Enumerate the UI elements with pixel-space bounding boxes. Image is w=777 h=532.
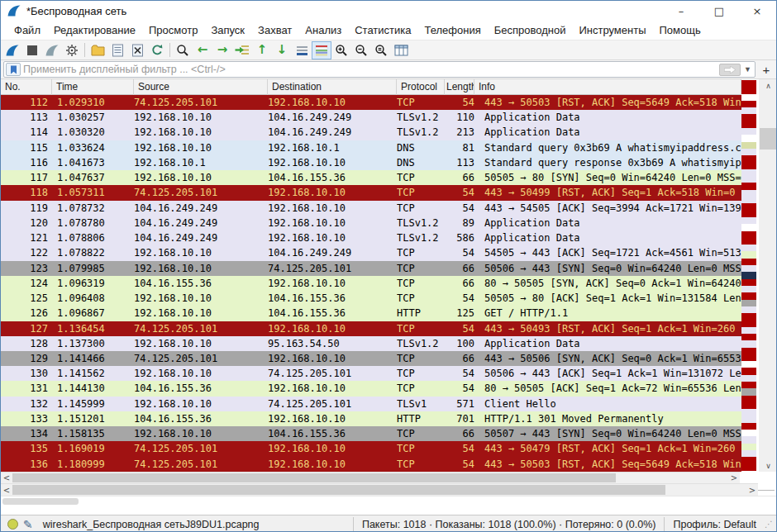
column-header-length[interactable]: Length: [445, 79, 474, 95]
packet-row[interactable]: 1341.158135192.168.10.10104.16.155.36TCP…: [1, 426, 741, 441]
packet-row[interactable]: 1271.13645474.125.205.101192.168.10.10TC…: [1, 321, 741, 336]
packet-row[interactable]: 1351.16901974.125.205.101192.168.10.10TC…: [1, 441, 741, 456]
packet-row[interactable]: 1161.041673192.168.10.1192.168.10.10DNS1…: [1, 155, 741, 170]
close-file-button[interactable]: [127, 41, 147, 59]
collapsed-pane-scrollbar[interactable]: [1, 496, 776, 506]
menu-view[interactable]: Просмотр: [142, 21, 204, 39]
restart-capture-button[interactable]: [42, 41, 62, 59]
packet-row[interactable]: 1141.030320192.168.10.10104.16.249.249TL…: [1, 125, 741, 140]
menu-analyze[interactable]: Анализ: [298, 21, 348, 39]
packet-row[interactable]: 1221.078822192.168.10.10104.16.249.249TC…: [1, 245, 741, 260]
packet-row[interactable]: 1291.14146674.125.205.101192.168.10.10TC…: [1, 351, 741, 366]
packet-row[interactable]: 1131.030257192.168.10.10104.16.249.249TL…: [1, 110, 741, 125]
go-back-button[interactable]: ←: [193, 41, 212, 59]
close-button[interactable]: ×: [738, 1, 776, 21]
window-resize-grip[interactable]: ⋰: [765, 520, 773, 529]
hscrollbar-thumb[interactable]: [12, 485, 665, 495]
packet-row[interactable]: 1241.096319104.16.155.36192.168.10.10TCP…: [1, 276, 741, 291]
menu-tools[interactable]: Инструменты: [572, 21, 652, 39]
menu-statistics[interactable]: Статистика: [348, 21, 417, 39]
packet-row[interactable]: 1231.079985192.168.10.1074.125.205.101TC…: [1, 261, 741, 276]
hscrollbar-thumb[interactable]: [12, 473, 616, 482]
column-header-info[interactable]: Info: [474, 79, 741, 95]
packet-row[interactable]: 1201.078780104.16.249.249192.168.10.10TL…: [1, 216, 741, 230]
cell-src: 74.125.205.101: [134, 441, 268, 456]
hscrollbar-secondary[interactable]: < >: [1, 483, 758, 496]
packet-row[interactable]: 1281.137300192.168.10.1095.163.54.50TLSv…: [1, 336, 741, 351]
minimap-stripe: [741, 300, 756, 306]
scroll-right-icon[interactable]: >: [746, 484, 758, 496]
display-filter-input[interactable]: [23, 64, 719, 75]
capture-comment-icon[interactable]: ✎: [23, 518, 33, 531]
go-forward-button[interactable]: →: [212, 41, 232, 59]
zoom-reset-button[interactable]: [371, 41, 391, 59]
reload-file-button[interactable]: [147, 41, 167, 59]
column-header-protocol[interactable]: Protocol: [397, 79, 445, 95]
colorize-button[interactable]: [312, 41, 331, 59]
packet-row[interactable]: 1121.02931074.125.205.101192.168.10.10TC…: [1, 95, 741, 110]
column-header-time[interactable]: Time: [52, 79, 134, 95]
vertical-scrollbar[interactable]: ∧ ∨: [759, 79, 777, 472]
packet-row[interactable]: 1191.078732104.16.249.249192.168.10.10TC…: [1, 201, 741, 216]
zoom-in-button[interactable]: [331, 41, 351, 59]
vertical-scrollbar-thumb[interactable]: [760, 128, 777, 150]
cell-src: 104.16.155.36: [134, 276, 268, 291]
menu-telephony[interactable]: Телефония: [417, 21, 487, 39]
capture-options-button[interactable]: [62, 41, 82, 59]
scroll-down-icon[interactable]: ∨: [759, 459, 777, 472]
packet-row[interactable]: 1321.145999192.168.10.1074.125.205.101TL…: [1, 397, 741, 411]
pane-resize-grip[interactable]: [758, 490, 775, 491]
cell-time: 1.047637: [52, 170, 134, 185]
filter-bookmark-button[interactable]: [6, 63, 21, 76]
menu-file[interactable]: Файл: [7, 21, 47, 39]
menu-wireless[interactable]: Беспроводной: [488, 21, 573, 39]
apply-filter-button[interactable]: [719, 64, 741, 76]
scroll-up-icon[interactable]: ∧: [759, 79, 777, 92]
scroll-left-icon[interactable]: <: [1, 473, 12, 483]
find-packet-button[interactable]: [173, 41, 193, 59]
zoom-out-button[interactable]: [351, 41, 371, 59]
packet-row[interactable]: 1361.18099974.125.205.101192.168.10.10TC…: [1, 457, 741, 472]
stop-capture-button[interactable]: [22, 41, 42, 59]
menu-capture[interactable]: Захват: [251, 21, 298, 39]
intelligent-scrollbar[interactable]: [741, 80, 756, 471]
packet-row[interactable]: 1171.047637192.168.10.10104.16.155.36TCP…: [1, 170, 741, 185]
packet-row[interactable]: 1311.144130104.16.155.36192.168.10.10TCP…: [1, 381, 741, 396]
go-top-button[interactable]: ↑: [252, 41, 272, 59]
cell-no: 114: [1, 125, 52, 140]
column-header-destination[interactable]: Destination: [268, 79, 397, 95]
packet-row[interactable]: 1211.078806104.16.249.249192.168.10.10TL…: [1, 230, 741, 245]
profile-selector[interactable]: Профиль: Default: [665, 517, 763, 532]
scroll-left-icon[interactable]: <: [1, 484, 12, 496]
cell-len: 125: [445, 306, 474, 321]
go-bottom-button[interactable]: ↓: [272, 41, 292, 59]
scroll-right-icon[interactable]: >: [728, 473, 740, 483]
menu-go[interactable]: Запуск: [204, 21, 251, 39]
hscrollbar-packet-list[interactable]: < >: [1, 472, 740, 483]
minimap-stripe: [741, 87, 756, 93]
go-to-packet-button[interactable]: [232, 41, 252, 59]
column-header-no[interactable]: No.: [1, 79, 52, 95]
save-file-button[interactable]: [107, 41, 127, 59]
packet-row[interactable]: 1251.096408192.168.10.10104.16.155.36TCP…: [1, 291, 741, 306]
pane-splitter[interactable]: [1, 506, 776, 515]
resize-columns-button[interactable]: [391, 41, 411, 59]
packet-row[interactable]: 1331.151201104.16.155.36192.168.10.10HTT…: [1, 411, 741, 426]
maximize-button[interactable]: □: [700, 1, 738, 21]
packet-row[interactable]: 1181.05731174.125.205.101192.168.10.10TC…: [1, 185, 741, 200]
collapsed-pane-thumb[interactable]: [2, 498, 79, 505]
column-header-source[interactable]: Source: [134, 79, 268, 95]
start-capture-button[interactable]: [2, 41, 22, 59]
add-filter-button-button[interactable]: +: [759, 62, 774, 77]
minimap-stripe: [741, 135, 756, 141]
expert-info-icon[interactable]: [7, 519, 18, 530]
menu-edit[interactable]: Редактирование: [47, 21, 142, 39]
packet-row[interactable]: 1261.096867192.168.10.10104.16.155.36HTT…: [1, 306, 741, 321]
filter-dropdown-caret[interactable]: ▼: [744, 65, 751, 74]
open-file-button[interactable]: [88, 41, 107, 59]
packet-row[interactable]: 1151.033624192.168.10.10192.168.10.1DNS8…: [1, 140, 741, 155]
packet-row[interactable]: 1301.141562192.168.10.1074.125.205.101TC…: [1, 366, 741, 381]
auto-scroll-button[interactable]: [292, 41, 312, 59]
menu-help[interactable]: Помощь: [653, 21, 708, 39]
minimize-button[interactable]: –: [662, 1, 700, 21]
